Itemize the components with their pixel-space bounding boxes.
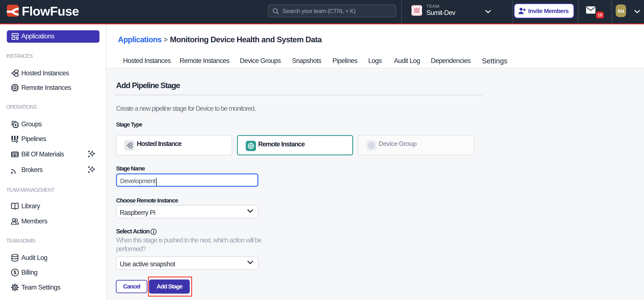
svg-text:$: $ [14,270,16,275]
